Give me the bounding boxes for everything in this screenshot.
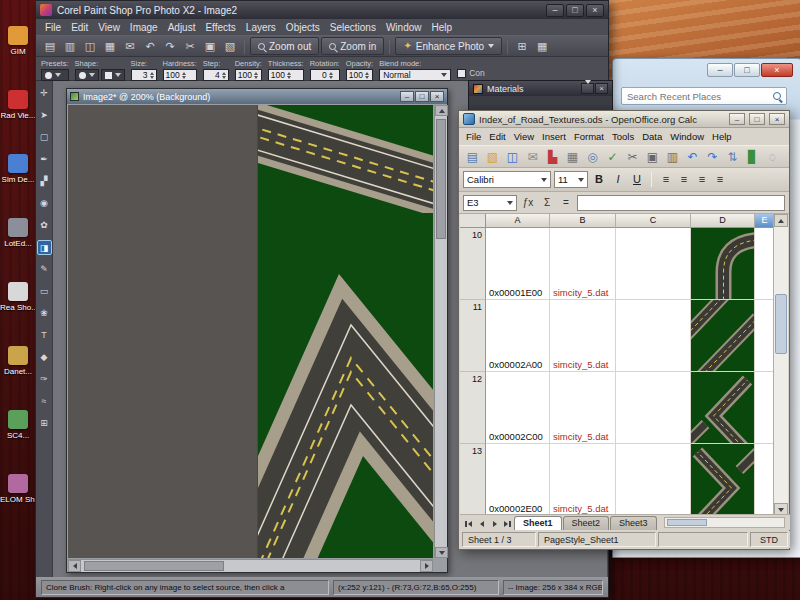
first-sheet-icon[interactable] [462, 517, 475, 530]
menu-item[interactable]: Image [125, 21, 163, 34]
density-control[interactable]: Density: 100 [235, 59, 262, 81]
mesh-warp-tool[interactable]: ⊞ [37, 416, 52, 431]
cell-b12[interactable]: simcity_5.dat [550, 372, 616, 444]
menu-item[interactable]: Help [708, 130, 736, 143]
formula-input[interactable] [577, 195, 785, 211]
eraser-tool[interactable]: ▭ [37, 284, 52, 299]
cell-b11[interactable]: simcity_5.dat [550, 300, 616, 372]
close-button[interactable]: × [595, 83, 608, 94]
menu-item[interactable]: Layers [241, 21, 281, 34]
cell-c11[interactable] [616, 300, 691, 372]
opacity-control[interactable]: Opacity: 100 [346, 59, 374, 81]
font-name-select[interactable]: Calibri [463, 171, 551, 188]
horizontal-scrollbar[interactable] [68, 559, 433, 572]
preset-shape-tool[interactable]: ◆ [37, 350, 52, 365]
selection-tool[interactable]: ▢ [37, 130, 52, 145]
paste-icon[interactable]: ▧ [221, 38, 239, 54]
open-icon[interactable]: ▥ [61, 38, 79, 54]
picture-tube-tool[interactable]: ❀ [37, 306, 52, 321]
image-window-title-bar[interactable]: Image2* @ 200% (Background) – □ × [67, 89, 447, 104]
email-icon[interactable]: ✉ [523, 148, 542, 166]
horizontal-scrollbar[interactable] [664, 517, 785, 528]
cell-b13[interactable]: simcity_5.dat [550, 444, 616, 516]
red-eye-tool[interactable]: ◉ [37, 196, 52, 211]
redo-icon[interactable]: ↷ [703, 148, 722, 166]
minimize-button[interactable]: – [400, 91, 414, 102]
undo-icon[interactable]: ↶ [683, 148, 702, 166]
align-right-icon[interactable]: ≡ [694, 171, 710, 188]
palettes-icon[interactable]: ⊞ [513, 38, 531, 54]
paint-brush-tool[interactable]: ✎ [37, 262, 52, 277]
column-header-d[interactable]: D [691, 214, 755, 228]
previous-sheet-icon[interactable] [475, 517, 488, 530]
maximize-button[interactable]: □ [734, 63, 760, 77]
align-justify-icon[interactable]: ≡ [712, 171, 728, 188]
tab-sheet2[interactable]: Sheet2 [563, 516, 610, 530]
cell-e10[interactable] [755, 228, 775, 300]
cell-a10[interactable]: 0x00001E00 [486, 228, 550, 300]
rotation-control[interactable]: Rotation: 0 [310, 59, 340, 81]
image-window[interactable]: Image2* @ 200% (Background) – □ × [66, 88, 448, 573]
grid-icon[interactable]: ▦ [533, 38, 551, 54]
menu-item[interactable]: Window [381, 21, 427, 34]
menu-item[interactable]: View [93, 21, 125, 34]
desktop-icon[interactable]: Danet... [0, 346, 36, 376]
tab-sheet1[interactable]: Sheet1 [514, 516, 562, 530]
search-box[interactable] [621, 87, 787, 105]
desktop-icon[interactable]: Sim De... [0, 154, 36, 184]
scrollbar-thumb[interactable] [84, 561, 224, 571]
copy-icon[interactable]: ▣ [643, 148, 662, 166]
maximize-button[interactable]: □ [749, 113, 765, 125]
cell-d11-texture[interactable] [691, 300, 755, 372]
row-header[interactable]: 11 [460, 300, 486, 372]
scroll-down-icon[interactable] [778, 508, 784, 512]
pick-tool[interactable]: ➤ [37, 108, 52, 123]
enhance-photo-button[interactable]: ✦ Enhance Photo [395, 37, 502, 55]
clone-brush-tool[interactable]: ◨ [37, 240, 52, 255]
last-sheet-icon[interactable] [501, 517, 514, 530]
density-spinner[interactable]: 100 [235, 69, 262, 81]
menu-item[interactable]: Adjust [163, 21, 201, 34]
presets-control[interactable]: Presets: [41, 59, 69, 81]
row-header[interactable]: 13 [460, 444, 486, 516]
menu-item[interactable]: Help [426, 21, 457, 34]
step-control[interactable]: Step: 4 [203, 59, 229, 81]
close-button[interactable]: × [761, 63, 793, 77]
row-header[interactable]: 10 [460, 228, 486, 300]
rotation-spinner[interactable]: 0 [310, 69, 340, 81]
cell-d12-texture[interactable] [691, 372, 755, 444]
desktop-icon[interactable]: ELOM Sho... [0, 474, 36, 504]
cell-c12[interactable] [616, 372, 691, 444]
makeover-tool[interactable]: ✿ [37, 218, 52, 233]
materials-title-bar[interactable]: Materials × [469, 81, 612, 96]
menu-item[interactable]: Insert [538, 130, 570, 143]
continuous-checkbox[interactable]: Con [457, 68, 485, 78]
dropper-tool[interactable]: ✒ [37, 152, 52, 167]
scan-icon[interactable]: ✉ [121, 38, 139, 54]
new-icon[interactable]: ▤ [41, 38, 59, 54]
chart-icon[interactable]: ▊ [743, 148, 762, 166]
italic-button[interactable]: I [610, 171, 626, 188]
cell-c13[interactable] [616, 444, 691, 516]
column-header-a[interactable]: A [486, 214, 550, 228]
redo-icon[interactable]: ↷ [161, 38, 179, 54]
menu-item[interactable]: Selections [325, 21, 381, 34]
pin-icon[interactable] [581, 83, 594, 94]
spellcheck-icon[interactable]: ✓ [603, 148, 622, 166]
menu-item[interactable]: Objects [281, 21, 325, 34]
image-canvas[interactable] [68, 105, 433, 558]
blend-mode-control[interactable]: Blend mode: Normal [379, 59, 451, 81]
cell-reference-box[interactable]: E3 [463, 195, 517, 211]
scroll-down-icon[interactable] [439, 551, 445, 555]
size-control[interactable]: Size: 3 [131, 59, 157, 81]
crop-tool[interactable]: ▞ [37, 174, 52, 189]
cell-e12[interactable] [755, 372, 775, 444]
cell-e13[interactable] [755, 444, 775, 516]
scroll-left-icon[interactable] [73, 563, 77, 569]
align-center-icon[interactable]: ≡ [676, 171, 692, 188]
scrollbar-thumb[interactable] [775, 294, 787, 354]
desktop-icon[interactable]: GIM [0, 26, 36, 56]
thickness-spinner[interactable]: 100 [268, 69, 304, 81]
select-all-corner[interactable] [460, 214, 486, 228]
cut-icon[interactable]: ✂ [181, 38, 199, 54]
